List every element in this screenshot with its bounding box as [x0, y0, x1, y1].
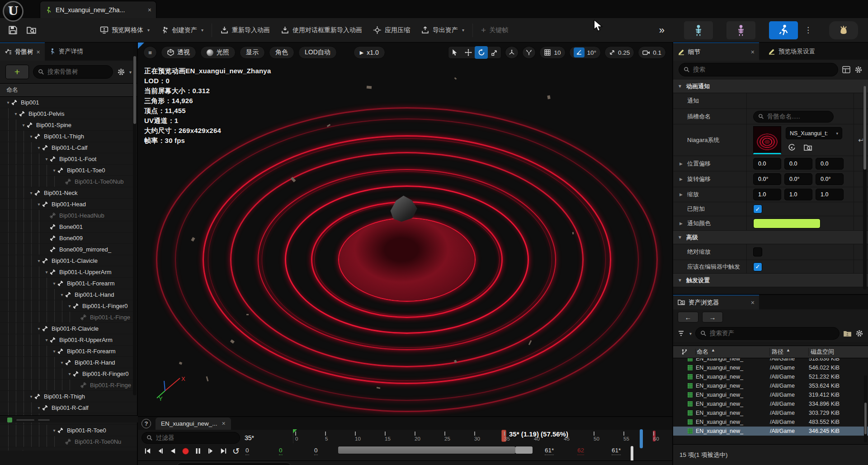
tree-row[interactable]: ▾Bip001-L-Thigh — [0, 131, 137, 142]
skeleton-mode-button[interactable] — [684, 21, 713, 39]
asset-row[interactable]: EN_xuangui_new_/All/Game546.022 KiB — [673, 363, 868, 372]
revision-column-header[interactable] — [673, 349, 696, 355]
notify-track-search[interactable] — [176, 462, 292, 465]
preview-mesh-button[interactable]: 预览网格体▾ — [94, 21, 155, 39]
back-button[interactable]: ← — [678, 312, 698, 323]
timeline-vertical-scrollbar[interactable] — [631, 446, 633, 462]
tab-skeleton-tree[interactable]: 骨骼树 × — [0, 43, 45, 61]
gear-icon[interactable] — [854, 66, 863, 74]
tree-row[interactable]: Bip001-HeadNub — [0, 210, 137, 221]
rot-y-field[interactable]: 0.0° — [784, 173, 812, 185]
save-button[interactable] — [4, 21, 22, 39]
tree-row[interactable]: ▾Bip001-R-Forearm — [0, 346, 137, 357]
niagara-asset-dropdown[interactable]: NS_Xuangui_t:▾ — [786, 127, 842, 139]
viewport-menu-button[interactable]: ≡ — [143, 46, 157, 59]
tree-row[interactable]: ▾Bip001-L-Calf — [0, 142, 137, 153]
add-key-button[interactable]: + 关键帧 — [476, 21, 514, 39]
toolbar-overflow-button[interactable]: » — [655, 21, 668, 39]
asset-row[interactable]: EN_xuangui_new_/All/Game518.636 KiB — [673, 358, 868, 363]
select-tool-button[interactable] — [448, 46, 462, 59]
tab-asset-details[interactable]: 资产详情 — [45, 43, 88, 61]
scale-z-field[interactable]: 1.0 — [816, 189, 844, 200]
browse-asset-icon[interactable] — [802, 142, 814, 153]
loc-x-field[interactable]: 0.0 — [753, 158, 781, 170]
chevron-down-icon[interactable]: ▾ — [129, 70, 132, 75]
tree-row[interactable]: ▾Bip001-Pelvis — [0, 108, 137, 119]
asset-row[interactable]: EN_xuangui_new_/All/Game334.896 KiB — [673, 399, 868, 408]
tab-details[interactable]: 细节 × — [673, 43, 759, 61]
create-asset-button[interactable]: 创建资产▾ — [155, 21, 209, 39]
forward-button[interactable]: → — [702, 312, 723, 323]
trigger-in-editor-checkbox[interactable]: ✓ — [753, 262, 762, 271]
path-column-header[interactable]: 路径▲ — [770, 348, 809, 356]
tab-close-icon[interactable]: × — [751, 299, 755, 306]
loc-z-field[interactable]: 0.0 — [816, 158, 844, 170]
tree-name-column-header[interactable]: 命名 — [0, 83, 137, 97]
use-selected-asset-icon[interactable] — [786, 142, 797, 153]
tree-row[interactable]: ▾Bip001-R-Toe0 — [0, 425, 137, 436]
record-button[interactable] — [179, 445, 191, 457]
character-menu-button[interactable]: 角色 — [269, 46, 294, 59]
timeline-ruler[interactable]: 35* (1.19) (57.56%) 05101520253035404550… — [293, 431, 668, 443]
asset-row[interactable]: EN_xuangui_new_/All/Game319.412 KiB — [673, 390, 868, 399]
tree-row[interactable]: Bip001-R-Toe0Nu — [0, 436, 137, 447]
reimport-animation-button[interactable]: 重新导入动画 — [215, 21, 275, 39]
add-bone-button[interactable]: + — [5, 65, 29, 79]
unreal-logo-icon[interactable]: U — [3, 1, 24, 22]
display-filter-icon[interactable] — [842, 66, 850, 73]
absolute-scale-checkbox[interactable] — [753, 247, 762, 256]
name-column-header[interactable]: 命名▲ — [696, 348, 770, 356]
time-field[interactable]: 0 — [279, 447, 283, 455]
tab-close-icon[interactable]: × — [148, 6, 151, 14]
reimport-with-dialog-button[interactable]: 使用对话框重新导入动画 — [275, 21, 368, 39]
asset-row[interactable]: EN_xuangui_new_/All/Game521.232 KiB — [673, 372, 868, 381]
tree-row[interactable]: Bone009 — [0, 232, 137, 244]
mode-more-button[interactable]: ⋮ — [800, 21, 816, 39]
tab-close-icon[interactable]: × — [751, 48, 755, 56]
asset-document-tab[interactable]: EN_xuangui_new_Zha... × — [40, 1, 156, 18]
tree-row[interactable]: ▾Bip001-Spine — [0, 119, 137, 131]
loop-button[interactable]: ↺ — [230, 445, 242, 457]
animation-mode-button[interactable] — [769, 21, 798, 39]
tree-row[interactable]: Bone001 — [0, 221, 137, 232]
help-icon[interactable]: ? — [142, 419, 151, 428]
scale-tool-button[interactable] — [488, 46, 501, 59]
asset-row[interactable]: EN_xuangui_new_/All/Game483.552 KiB — [673, 418, 868, 427]
go-to-start-button[interactable] — [142, 445, 153, 457]
frame-count-label[interactable]: 35* — [245, 434, 254, 441]
tree-row[interactable]: Bip001-L-Toe0Nub — [0, 176, 137, 187]
go-to-end-button[interactable] — [217, 445, 229, 457]
frame-field[interactable]: 0 — [245, 447, 249, 455]
tree-scrollbar[interactable] — [133, 43, 137, 395]
pause-button[interactable] — [192, 445, 204, 457]
tab-close-icon[interactable]: × — [37, 48, 40, 56]
tree-row[interactable]: ▾Bip001-R-Hand — [0, 357, 137, 368]
show-menu-button[interactable]: 显示 — [240, 46, 265, 59]
asset-row[interactable]: EN_xuangui_new_/All/Game353.624 KiB — [673, 381, 868, 390]
asset-row[interactable]: EN_xuangui_new_/All/Game346.245 KiB — [673, 427, 868, 436]
tab-close-icon[interactable]: × — [222, 420, 226, 427]
folder-user-icon[interactable] — [843, 330, 852, 337]
tree-row[interactable]: ▾Bip001-R-Finger0 — [0, 368, 137, 380]
asset-scrollbar[interactable] — [864, 375, 867, 442]
size-column-header[interactable]: 磁盘空间 — [809, 348, 868, 356]
tree-row[interactable]: ▾Bip001-R-Clavicle — [0, 323, 137, 334]
tree-row[interactable]: ▾Bip001-R-Thigh — [0, 391, 137, 402]
scale-snap-group[interactable]: 0.25 — [604, 46, 634, 59]
loc-y-field[interactable]: 0.0 — [784, 158, 812, 170]
tree-row[interactable]: ▾Bip001-L-Hand — [0, 289, 137, 300]
timeline-filter-input[interactable]: 过滤器 — [142, 432, 240, 444]
tab-preview-scene-settings[interactable]: 预览场景设置 — [764, 43, 820, 61]
percent-field[interactable]: 0 — [314, 447, 318, 455]
lit-mode-button[interactable]: 光照 — [200, 46, 236, 59]
notify-color-swatch[interactable] — [753, 218, 821, 228]
snap-target-button[interactable] — [522, 46, 536, 59]
chevron-down-icon[interactable]: ▾ — [689, 331, 692, 336]
browse-to-asset-button[interactable] — [22, 21, 41, 39]
preview-viewport[interactable]: ≡ 透视 光照 显示 角色 LOD自动 ▶ x1.0 — [138, 43, 672, 416]
details-search-input[interactable]: 搜索 — [679, 63, 838, 76]
tree-row[interactable]: ▾Bip001-Neck — [0, 187, 137, 199]
grid-snap-group[interactable]: 10 — [539, 46, 565, 59]
step-back-button[interactable] — [154, 445, 166, 457]
tree-row[interactable]: ▾Bip001-L-Forearm — [0, 278, 137, 289]
